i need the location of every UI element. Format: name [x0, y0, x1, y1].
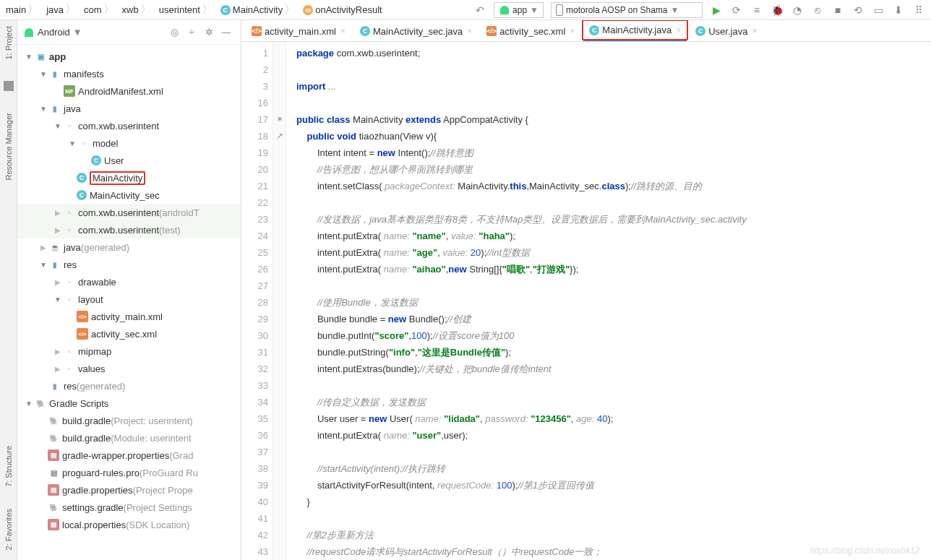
tree-pkg1[interactable]: ▼▫com.xwb.userintent: [17, 117, 241, 134]
collapse-icon[interactable]: —: [219, 25, 233, 40]
gutter-override-icon[interactable]: ↗: [273, 128, 286, 145]
crumb-java[interactable]: java: [46, 4, 64, 15]
stack-icon[interactable]: ≡: [750, 4, 763, 17]
attach-icon[interactable]: ⎋: [811, 4, 824, 17]
run-config-selector[interactable]: app▼: [494, 2, 544, 18]
sync-icon[interactable]: ⟲: [851, 4, 864, 17]
tree-mainactivity-sec[interactable]: CMainActivity_sec: [17, 186, 241, 204]
project-tree: ▼▣app ▼▮manifests MFAndroidManifest.xml …: [17, 45, 241, 560]
method-icon: m: [303, 5, 313, 15]
tree-layout-sec[interactable]: </>activity_sec.xml: [17, 325, 241, 343]
apply-changes-icon[interactable]: ⟳: [730, 4, 743, 17]
back-icon[interactable]: ↶: [473, 4, 486, 17]
device-selector[interactable]: motorola AOSP on Shama▼: [551, 2, 703, 18]
tab-user[interactable]: CUser.java×: [690, 21, 763, 41]
stop-icon[interactable]: ■: [831, 4, 844, 17]
close-icon[interactable]: ×: [340, 26, 346, 36]
run-button[interactable]: ▶: [710, 4, 723, 17]
breadcrumb[interactable]: main〉 java〉 com〉 xwb〉 userintent〉 CMainA…: [0, 2, 473, 17]
tree-proguard[interactable]: ▤proguard-rules.pro (ProGuard Ru: [17, 464, 241, 481]
crumb-class[interactable]: MainActivity: [233, 4, 283, 15]
more-icon[interactable]: ⠿: [912, 4, 925, 17]
crumb-xwb[interactable]: xwb: [122, 4, 139, 15]
crumb-userintent[interactable]: userintent: [159, 4, 200, 15]
tree-local-props[interactable]: ▤local.properties (SDK Location): [17, 516, 241, 533]
crumb-main[interactable]: main: [6, 4, 26, 15]
gear-icon[interactable]: ✲: [202, 25, 216, 40]
tab-mainactivity-sec[interactable]: CMainActivity_sec.java×: [354, 21, 478, 41]
watermark: https://blog.csdn.net/xwbk12: [810, 546, 919, 556]
tab-activity-sec-xml[interactable]: </>activity_sec.xml×: [481, 21, 580, 41]
tab-activity-main-xml[interactable]: </>activity_main.xml×: [246, 21, 351, 41]
close-icon[interactable]: ×: [676, 25, 681, 35]
tree-model[interactable]: ▼▫model: [17, 134, 241, 152]
tree-res[interactable]: ▼▮res: [17, 256, 241, 273]
tree-values[interactable]: ▶▫values: [17, 360, 241, 377]
tree-gradle-wrapper[interactable]: ▤gradle-wrapper.properties (Grad: [17, 447, 241, 464]
sdk-icon[interactable]: ⬇: [892, 4, 905, 17]
tree-layout-main[interactable]: </>activity_main.xml: [17, 308, 241, 325]
tree-gradle-scripts[interactable]: ▼🐘Gradle Scripts: [17, 395, 241, 412]
tree-build-gradle-project[interactable]: 🐘build.gradle (Project: userintent): [17, 412, 241, 429]
tree-mainactivity[interactable]: CMainActivity: [17, 169, 241, 186]
class-icon: C: [220, 5, 231, 15]
tool-favorites[interactable]: 2: Favorites: [4, 509, 13, 550]
tree-pkg-test[interactable]: ▶▫com.xwb.userintent (test): [17, 221, 241, 238]
tree-java[interactable]: ▼▮java: [17, 100, 241, 117]
tab-mainactivity[interactable]: CMainActivity.java×: [583, 21, 687, 41]
tree-settings-gradle[interactable]: 🐘settings.gradle (Project Settings: [17, 499, 241, 516]
avd-icon[interactable]: ▭: [872, 4, 885, 17]
left-tool-strip: 1: Project Resource Manager 7: Structure…: [0, 20, 17, 560]
tree-user[interactable]: CUser: [17, 152, 241, 169]
tree-layout[interactable]: ▼▫layout: [17, 290, 241, 308]
android-icon: [23, 27, 35, 38]
tree-mipmap[interactable]: ▶▫mipmap: [17, 343, 241, 360]
tree-pkg-androidtest[interactable]: ▶▫com.xwb.userintent (androidT: [17, 204, 241, 221]
target-icon[interactable]: ◎: [167, 25, 181, 40]
tree-manifests[interactable]: ▼▮manifests: [17, 65, 241, 82]
tool-project[interactable]: 1: Project: [4, 26, 13, 59]
close-icon[interactable]: ×: [752, 26, 757, 36]
code-editor[interactable]: package com.xwb.userintent; import ... p…: [286, 42, 931, 560]
android-icon: [499, 4, 510, 16]
tree-res-gen[interactable]: ▮res (generated): [17, 377, 241, 395]
debug-icon[interactable]: 🐞: [771, 4, 784, 17]
view-selector[interactable]: Android ▼: [23, 27, 82, 38]
tree-java-gen[interactable]: ▶☕java (generated): [17, 238, 241, 256]
tree-build-gradle-module[interactable]: 🐘build.gradle (Module: userintent: [17, 429, 241, 447]
tool-resource-manager[interactable]: Resource Manager: [4, 113, 13, 181]
phone-icon: [556, 4, 563, 16]
close-icon[interactable]: ×: [467, 26, 472, 36]
crumb-com[interactable]: com: [84, 4, 102, 15]
gutter-annotation-icon[interactable]: ✶: [273, 111, 286, 128]
editor-tabs: </>activity_main.xml× CMainActivity_sec.…: [241, 20, 931, 42]
divide-icon[interactable]: ÷: [184, 25, 199, 40]
tree-drawable[interactable]: ▶▫drawable: [17, 273, 241, 290]
tree-app[interactable]: ▼▣app: [17, 48, 241, 65]
gutter-icons: ✶ ↗: [273, 42, 286, 560]
profiler-icon[interactable]: ◔: [791, 4, 804, 17]
tool-structure[interactable]: 7: Structure: [4, 446, 13, 487]
crumb-method[interactable]: onActivityResult: [315, 4, 382, 15]
tree-gradle-props[interactable]: ▤gradle.properties (Project Prope: [17, 481, 241, 499]
tool-square[interactable]: [4, 81, 14, 91]
close-icon[interactable]: ×: [570, 26, 575, 36]
line-gutter[interactable]: 1 2 3 16 17 18 19 20 21 22 23 24 25 26 2…: [241, 42, 273, 560]
tree-manifest-file[interactable]: MFAndroidManifest.xml: [17, 82, 241, 100]
